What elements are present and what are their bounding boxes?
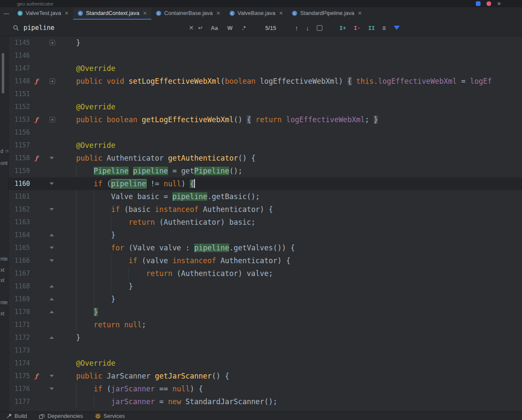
tab-standardpipeline-java[interactable]: CStandardPipeline.java✕ <box>287 7 366 20</box>
code-line[interactable]: 1165 for (Valve valve : pipeline.getValv… <box>9 241 522 254</box>
fold-start-icon[interactable] <box>50 247 54 249</box>
select-all-matches-icon[interactable]: II <box>368 25 375 31</box>
line-number[interactable]: 1161 <box>9 190 30 203</box>
line-number[interactable]: 1164 <box>9 229 30 241</box>
fold-start-icon[interactable] <box>50 388 54 390</box>
close-tab-icon[interactable]: ✕ <box>143 10 147 16</box>
line-number[interactable]: 1162 <box>9 203 30 216</box>
code-text[interactable]: if (pipeline != null) { <box>59 177 195 190</box>
code-text[interactable]: if (basic instanceof Authenticator) { <box>59 203 273 216</box>
fold-start-icon[interactable] <box>50 375 54 377</box>
close-tab-icon[interactable]: ✕ <box>279 10 283 16</box>
line-number[interactable]: 1153 <box>9 113 30 126</box>
code-line[interactable]: 1172 } <box>9 331 522 344</box>
previous-match-icon[interactable]: ↑ <box>295 24 298 32</box>
line-number[interactable]: 1166 <box>9 254 30 267</box>
fold-start-icon[interactable] <box>50 208 54 211</box>
code-line[interactable]: 1151 <box>9 88 522 100</box>
tab-standardcontext-java[interactable]: CStandardContext.java✕ <box>73 7 151 20</box>
toolwindow-services[interactable]: Services <box>95 413 125 419</box>
code-line[interactable]: 1148ƒ↑+ public void setLogEffectiveWebXm… <box>9 75 522 88</box>
code-line[interactable]: 1153ƒ↑+ public boolean getLogEffectiveWe… <box>9 113 522 126</box>
notifications-icon[interactable] <box>487 1 491 6</box>
code-text[interactable]: Pipeline pipeline = getPipeline(); <box>59 164 242 177</box>
whole-words-toggle[interactable]: W <box>226 24 234 32</box>
fold-end-icon[interactable] <box>50 336 54 339</box>
code-text[interactable]: if (jarScanner == null) { <box>59 382 203 395</box>
code-text[interactable]: return (Authenticator) basic; <box>59 216 256 229</box>
code-line[interactable]: 1160 if (pipeline != null) { <box>9 177 522 190</box>
override-method-icon[interactable]: ƒ↑ <box>35 154 40 162</box>
fold-end-icon[interactable] <box>50 285 54 288</box>
override-method-icon[interactable]: ƒ↑ <box>35 372 40 380</box>
line-number[interactable]: 1160 <box>9 177 30 190</box>
code-text[interactable]: } <box>59 293 115 305</box>
line-number[interactable]: 1176 <box>9 382 30 395</box>
code-line[interactable]: 1174 @Override <box>9 357 522 370</box>
code-text[interactable]: for (Valve valve : pipeline.getValves())… <box>59 241 295 254</box>
line-number[interactable]: 1148 <box>9 75 30 88</box>
override-method-icon[interactable]: ƒ↑ <box>35 77 40 85</box>
toolwindow-build[interactable]: Build <box>6 413 27 419</box>
code-line[interactable]: 1170 } <box>9 305 522 318</box>
line-number[interactable]: 1156 <box>9 126 30 139</box>
search-filter-icon[interactable] <box>394 26 400 30</box>
code-line[interactable]: 1158ƒ↑ public Authenticator getAuthentic… <box>9 152 522 164</box>
clear-search-icon[interactable]: ✕ <box>189 24 194 31</box>
fold-expand-icon[interactable]: + <box>50 79 55 84</box>
open-results-icon[interactable]: ≡ <box>383 25 386 31</box>
code-line[interactable]: 1175ƒ↑ public JarScanner getJarScanner()… <box>9 370 522 382</box>
code-line[interactable]: 1167 return (Authenticator) valve; <box>9 267 522 280</box>
next-match-icon[interactable]: ↓ <box>306 24 309 32</box>
code-line[interactable]: 1156 <box>9 126 522 139</box>
code-line[interactable]: 1145+ } <box>9 36 522 49</box>
line-number[interactable]: 1159 <box>9 164 30 177</box>
tool-window-collapse-icon[interactable]: — <box>0 7 13 20</box>
line-number[interactable]: 1169 <box>9 293 30 305</box>
line-number[interactable]: 1170 <box>9 305 30 318</box>
line-number[interactable]: 1174 <box>9 357 30 370</box>
code-text[interactable]: public JarScanner getJarScanner() { <box>59 370 229 382</box>
line-number[interactable]: 1145 <box>9 36 30 49</box>
code-text[interactable]: @Override <box>59 139 115 152</box>
add-selection-icon[interactable]: I+ <box>339 25 346 31</box>
line-number[interactable]: 1171 <box>9 318 30 331</box>
tab-valvetest-java[interactable]: CValveTest.java✕ <box>13 7 73 20</box>
code-line[interactable]: 1147 @Override <box>9 62 522 75</box>
override-method-icon[interactable]: ƒ↑ <box>35 116 40 123</box>
code-text[interactable]: } <box>59 305 98 318</box>
close-tab-icon[interactable]: ✕ <box>216 10 220 16</box>
fold-start-icon[interactable] <box>50 157 54 159</box>
code-line[interactable]: 1159 Pipeline pipeline = getPipeline(); <box>9 164 522 177</box>
fold-end-icon[interactable] <box>50 298 54 300</box>
code-text[interactable]: @Override <box>59 357 115 370</box>
match-case-toggle[interactable]: Aa <box>209 24 220 32</box>
fold-end-icon[interactable] <box>50 234 54 236</box>
code-text[interactable]: @Override <box>59 100 115 113</box>
main-menu-icon[interactable]: ≡ <box>497 1 501 6</box>
newline-icon[interactable]: ↵ <box>198 24 203 31</box>
code-text[interactable]: return null; <box>59 318 146 331</box>
line-number[interactable]: 1157 <box>9 139 30 152</box>
code-text[interactable]: public Authenticator getAuthenticator() … <box>59 152 256 164</box>
code-line[interactable]: 1176 if (jarScanner == null) { <box>9 382 522 395</box>
plugin-icon[interactable] <box>476 1 481 6</box>
code-line[interactable]: 1171 return null; <box>9 318 522 331</box>
line-number[interactable]: 1165 <box>9 241 30 254</box>
code-text[interactable]: } <box>59 36 80 49</box>
code-line[interactable]: 1161 Valve basic = pipeline.getBasic(); <box>9 190 522 203</box>
tab-containerbase-java[interactable]: CContainerBase.java✕ <box>151 7 225 20</box>
code-text[interactable]: } <box>59 280 133 293</box>
code-text[interactable]: jarScanner = new StandardJarScanner(); <box>59 395 277 408</box>
code-line[interactable]: 1163 return (Authenticator) basic; <box>9 216 522 229</box>
code-editor[interactable]: 1145+ }11461147 @Override1148ƒ↑+ public … <box>9 36 522 411</box>
line-number[interactable]: 1158 <box>9 152 30 164</box>
code-text[interactable]: } <box>59 331 80 344</box>
code-text[interactable]: public boolean getLogEffectiveWebXml() {… <box>59 113 378 126</box>
search-in-selection-icon[interactable] <box>317 25 322 31</box>
line-number[interactable]: 1175 <box>9 370 30 382</box>
line-number[interactable]: 1167 <box>9 267 30 280</box>
tab-valvebase-java[interactable]: CValveBase.java✕ <box>225 7 288 20</box>
code-line[interactable]: 1177 jarScanner = new StandardJarScanner… <box>9 395 522 408</box>
line-number[interactable]: 1146 <box>9 49 30 62</box>
